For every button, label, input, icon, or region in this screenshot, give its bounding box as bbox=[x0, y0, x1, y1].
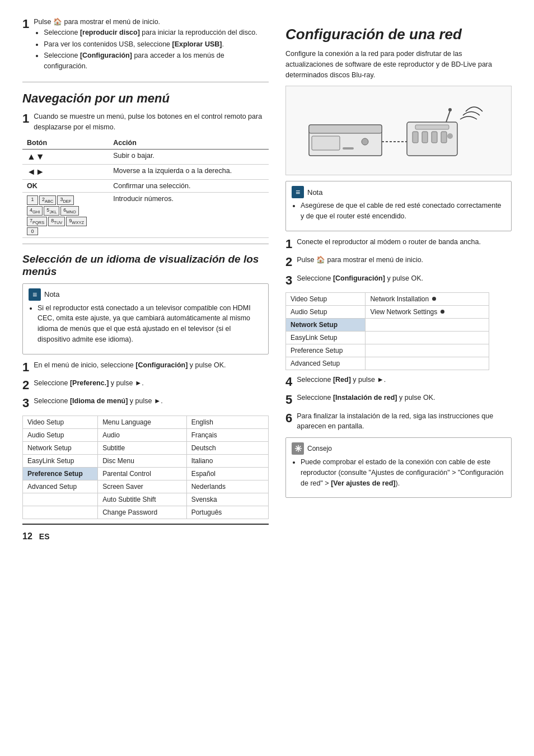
svg-rect-4 bbox=[343, 147, 354, 150]
net-step5-text: Seleccione [Instalación de red] y pulse … bbox=[297, 393, 512, 403]
menu-right-nederlands: Nederlands bbox=[186, 480, 268, 493]
net-step6-block: 6 Para finalizar la instalación de la re… bbox=[285, 411, 512, 432]
table-row: EasyLink Setup bbox=[286, 331, 489, 344]
menu-mid-subtitle: Subtitle bbox=[98, 441, 187, 454]
net-note-icon: ≡ bbox=[292, 186, 304, 198]
net-step1-num: 1 bbox=[285, 237, 292, 251]
net-menu-network: Network Setup bbox=[286, 318, 366, 331]
menu-right-francais: Français bbox=[186, 428, 268, 441]
key-leftright: ◄► bbox=[22, 165, 109, 180]
key-ok: OK bbox=[22, 180, 109, 193]
menu-right-deutsch: Deutsch bbox=[186, 441, 268, 454]
menu-mid-changepass: Change Password bbox=[98, 506, 187, 519]
menu-right-italiano: Italiano bbox=[186, 454, 268, 467]
table-row: OK Confirmar una selección. bbox=[22, 180, 269, 193]
key-1: 1 bbox=[27, 195, 38, 205]
nav-step1-num: 1 bbox=[22, 111, 29, 126]
table-row: Network Setup Subtitle Deutsch bbox=[23, 441, 269, 454]
svg-rect-8 bbox=[413, 132, 418, 143]
net-menu-viewsettings: View Network Settings bbox=[366, 305, 489, 318]
menu-left-network: Network Setup bbox=[23, 441, 98, 454]
nav-table: Botón Acción ▲▼ Subir o bajar. ◄► Movers… bbox=[22, 137, 269, 237]
net-menu-easylink: EasyLink Setup bbox=[286, 331, 366, 344]
key-3: 3DEF bbox=[57, 195, 74, 205]
table-row: Audio Setup View Network Settings bbox=[286, 305, 489, 318]
menu-mid-audio: Audio bbox=[98, 428, 187, 441]
table-row: Preference Setup bbox=[286, 344, 489, 357]
device-svg bbox=[303, 91, 494, 170]
net-menu-empty3 bbox=[366, 344, 489, 357]
svg-point-14 bbox=[448, 108, 452, 111]
note-icon: ≡ bbox=[29, 288, 41, 301]
action-ok: Confirmar una selección. bbox=[109, 180, 269, 193]
intro-bullet-3: Seleccione [Configuración] para acceder … bbox=[44, 50, 269, 72]
net-intro-text: Configure la conexión a la red para pode… bbox=[285, 49, 512, 80]
table-row: Advanced Setup bbox=[286, 357, 489, 370]
net-view-dot bbox=[441, 310, 444, 314]
table-row: Network Setup bbox=[286, 318, 489, 331]
table-row: ▲▼ Subir o bajar. bbox=[22, 150, 269, 165]
key-updown: ▲▼ bbox=[22, 150, 109, 165]
section-lang-title: Selección de un idioma de visualización … bbox=[22, 253, 269, 278]
lang-step3-num: 3 bbox=[22, 396, 29, 410]
net-menu-table: Video Setup Network Installation Audio S… bbox=[285, 292, 489, 370]
key-6: 6MNO bbox=[60, 206, 79, 216]
menu-mid-parental: Parental Control bbox=[98, 467, 187, 480]
intro-step1: 1 Pulse 🏠 para mostrar el menú de inicio… bbox=[22, 17, 269, 76]
menu-mid-screensaver: Screen Saver bbox=[98, 480, 187, 493]
net-tip-item: Puede comprobar el estado de la conexión… bbox=[301, 457, 505, 488]
page-number: 12 bbox=[22, 531, 32, 542]
net-step2-text: Pulse 🏠 para mostrar el menú de inicio. bbox=[297, 255, 512, 265]
key-8: 8TUV bbox=[48, 217, 65, 226]
table-row: Audio Setup Audio Français bbox=[23, 428, 269, 441]
menu-right-espanol: Español bbox=[186, 467, 268, 480]
menu-mid-menulang: Menu Language bbox=[98, 416, 187, 428]
table-row: ◄► Moverse a la izquierda o a la derecha… bbox=[22, 165, 269, 180]
divider-1 bbox=[22, 82, 269, 82]
menu-left-audio: Audio Setup bbox=[23, 428, 98, 441]
net-menu-install: Network Installation bbox=[366, 292, 489, 305]
key-0: 0 bbox=[27, 227, 38, 235]
table-row: Preference Setup Parental Control Españo… bbox=[23, 467, 269, 480]
lang-step1-text: En el menú de inicio, seleccione [Config… bbox=[34, 360, 269, 371]
menu-left-advanced: Advanced Setup bbox=[23, 480, 98, 493]
key-7: 7PQRS bbox=[27, 217, 47, 226]
intro-step1-text: Pulse 🏠 para mostrar el menú de inicio. bbox=[34, 17, 269, 27]
net-step6-num: 6 bbox=[285, 411, 292, 426]
net-menu-empty2 bbox=[366, 331, 489, 344]
net-install-cell: Network Installation bbox=[370, 295, 484, 303]
page-number-bar: 12 ES bbox=[22, 524, 269, 542]
net-step1-text: Conecte el reproductor al módem o router… bbox=[297, 237, 512, 248]
svg-rect-10 bbox=[432, 132, 437, 143]
action-updown: Subir o bajar. bbox=[109, 150, 269, 165]
menu-left-video: Video Setup bbox=[23, 416, 98, 428]
key-9: 9WXYZ bbox=[66, 217, 87, 226]
table-row: Video Setup Network Installation bbox=[286, 292, 489, 305]
key-5: 5JKL bbox=[44, 206, 59, 216]
menu-left-empty1 bbox=[23, 493, 98, 506]
menu-left-easylink: EasyLink Setup bbox=[23, 454, 98, 467]
menu-mid-discmenu: Disc Menu bbox=[98, 454, 187, 467]
lang-step1-block: 1 En el menú de inicio, seleccione [Conf… bbox=[22, 360, 269, 375]
divider-2 bbox=[22, 244, 269, 244]
svg-point-3 bbox=[362, 138, 368, 145]
net-step5-block: 5 Seleccione [Instalación de red] y puls… bbox=[285, 393, 512, 407]
key-keypad: 1 2ABC 3DEF 4GHI 5JKL 6MNO bbox=[22, 193, 109, 237]
left-column: 1 Pulse 🏠 para mostrar el menú de inicio… bbox=[22, 17, 269, 739]
menu-left-empty2 bbox=[23, 506, 98, 519]
svg-rect-7 bbox=[415, 125, 449, 129]
net-tip-box: ✳ Consejo Puede comprobar el estado de l… bbox=[285, 437, 512, 498]
net-note-box: ≡ Nota Asegúrese de que el cable de red … bbox=[285, 181, 512, 231]
svg-rect-9 bbox=[422, 132, 428, 143]
net-step3-num: 3 bbox=[285, 273, 292, 288]
menu-right-english: English bbox=[186, 416, 268, 428]
net-menu-empty4 bbox=[366, 357, 489, 370]
table-row: Change Password Português bbox=[23, 506, 269, 519]
lang-step3-text: Seleccione [Idioma de menú] y pulse ►. bbox=[34, 396, 269, 407]
page-language: ES bbox=[39, 532, 50, 541]
net-note-label: Nota bbox=[307, 188, 322, 197]
net-step6-text: Para finalizar la instalación de la red,… bbox=[297, 411, 512, 432]
net-step2-num: 2 bbox=[285, 255, 292, 269]
action-keypad: Introducir números. bbox=[109, 193, 269, 237]
lang-step2-text: Seleccione [Preferenc.] y pulse ►. bbox=[34, 378, 269, 389]
